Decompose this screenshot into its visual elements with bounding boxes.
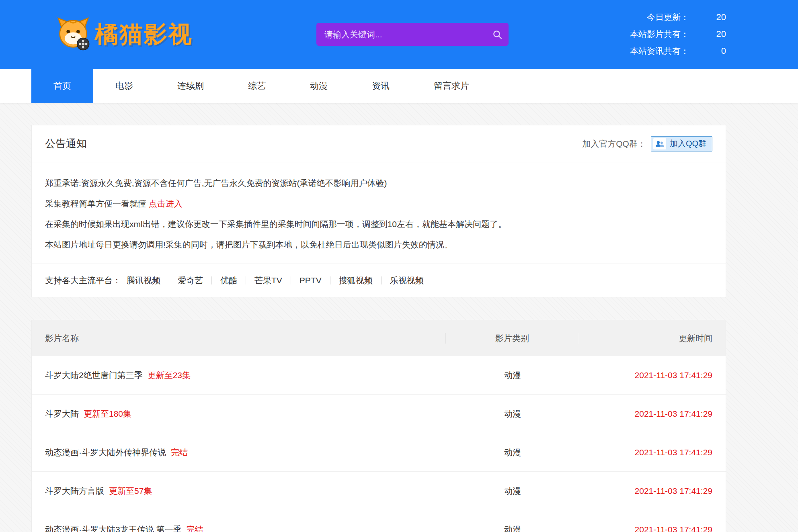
click-enter-link[interactable]: 点击进入 — [149, 199, 183, 208]
nav-item-news[interactable]: 资讯 — [350, 69, 412, 103]
video-title-link[interactable]: 斗罗大陆 — [45, 409, 79, 418]
video-update-time: 2021-11-03 17:41:29 — [579, 370, 726, 380]
platforms-label: 支持各大主流平台： — [45, 275, 121, 286]
video-category: 动漫 — [446, 485, 579, 497]
nav-item-request[interactable]: 留言求片 — [412, 69, 491, 103]
column-header-name: 影片名称 — [32, 333, 445, 344]
nav-items: 首页 电影 连续剧 综艺 动漫 资讯 留言求片 — [31, 69, 798, 103]
nav-item-anime[interactable]: 动漫 — [288, 69, 350, 103]
stat-value: 0 — [689, 46, 726, 56]
video-category: 动漫 — [446, 408, 579, 419]
video-status: 更新至180集 — [84, 409, 131, 418]
stat-label: 本站资讯共有： — [630, 45, 689, 57]
table-row[interactable]: 斗罗大陆更新至180集 动漫 2021-11-03 17:41:29 — [32, 395, 726, 433]
platform-link-youku[interactable]: 优酷 — [220, 275, 237, 286]
video-status: 更新至23集 — [148, 370, 191, 380]
table-row[interactable]: 斗罗大陆方言版更新至57集 动漫 2021-11-03 17:41:29 — [32, 472, 726, 510]
notice-card: 公告通知 加入官方QQ群： 加入QQ群 — [31, 125, 726, 297]
table-row[interactable]: 动态漫画·斗罗大陆3龙王传说 第一季完结 动漫 2021-11-03 17:41… — [32, 510, 726, 532]
main-nav: 首页 电影 连续剧 综艺 动漫 资讯 留言求片 — [0, 69, 798, 103]
table-row[interactable]: 斗罗大陆2绝世唐门第三季更新至23集 动漫 2021-11-03 17:41:2… — [32, 356, 726, 395]
platform-link-iqiyi[interactable]: 爱奇艺 — [178, 275, 203, 286]
qq-group-label: 加入官方QQ群： — [582, 138, 646, 149]
video-update-time: 2021-11-03 17:41:29 — [579, 409, 726, 419]
notice-line-xml-tip: 在采集的时候如果出现xml出错，建议你更改一下采集插件里的采集时间间隔那一项，调… — [45, 214, 712, 234]
nav-item-movies[interactable]: 电影 — [93, 69, 155, 103]
cat-logo-icon — [55, 16, 91, 53]
site-name: 橘猫影视 — [95, 19, 193, 50]
video-update-time: 2021-11-03 17:41:29 — [579, 525, 726, 532]
video-title-link[interactable]: 动态漫画·斗罗大陆3龙王传说 第一季 — [45, 525, 182, 532]
divider — [381, 276, 382, 284]
divider — [211, 276, 212, 284]
site-logo[interactable]: 橘猫影视 — [55, 16, 193, 53]
stat-label: 本站影片共有： — [630, 29, 689, 40]
join-qq-button-label: 加入QQ群 — [670, 138, 706, 149]
platforms-bar: 支持各大主流平台： 腾讯视频 爱奇艺 优酷 芒果TV PPTV 搜狐视频 乐视视… — [32, 264, 726, 297]
video-category: 动漫 — [446, 447, 579, 458]
stat-value: 20 — [689, 29, 726, 39]
stat-total-videos: 本站影片共有： 20 — [630, 26, 726, 43]
site-header: 橘猫影视 今日更新： 20 本站影片共有： 20 本站资讯共有： 0 — [0, 0, 798, 69]
video-update-time: 2021-11-03 17:41:29 — [579, 448, 726, 457]
stat-total-news: 本站资讯共有： 0 — [630, 43, 726, 59]
platform-link-pptv[interactable]: PPTV — [300, 276, 322, 285]
notice-body: 郑重承诺:资源永久免费,资源不含任何广告,无广告永久免费的资源站(承诺绝不影响用… — [32, 162, 726, 264]
column-header-time: 更新时间 — [579, 333, 726, 344]
video-category: 动漫 — [446, 524, 579, 532]
video-name-cell: 斗罗大陆2绝世唐门第三季更新至23集 — [32, 370, 446, 381]
video-table: 影片名称 影片类别 更新时间 斗罗大陆2绝世唐门第三季更新至23集 动漫 202… — [31, 320, 726, 532]
column-header-category: 影片类别 — [445, 333, 579, 344]
platform-link-sohu[interactable]: 搜狐视频 — [339, 275, 373, 286]
qq-group-area: 加入官方QQ群： 加入QQ群 — [582, 136, 712, 151]
video-status: 完结 — [187, 525, 203, 532]
page: 橘猫影视 今日更新： 20 本站影片共有： 20 本站资讯共有： 0 — [0, 0, 798, 532]
stat-today-updates: 今日更新： 20 — [630, 9, 726, 26]
platform-link-letv[interactable]: 乐视视频 — [390, 275, 424, 286]
divider — [169, 276, 169, 284]
platform-link-tencent[interactable]: 腾讯视频 — [127, 275, 160, 286]
nav-item-variety[interactable]: 综艺 — [226, 69, 288, 103]
join-qq-button[interactable]: 加入QQ群 — [651, 136, 712, 151]
nav-item-series[interactable]: 连续剧 — [155, 69, 226, 103]
qq-group-icon — [653, 138, 666, 149]
video-title-link[interactable]: 斗罗大陆2绝世唐门第三季 — [45, 370, 143, 380]
video-status: 更新至57集 — [109, 486, 152, 495]
search-input[interactable] — [316, 23, 486, 46]
nav-item-home[interactable]: 首页 — [31, 69, 93, 103]
divider — [291, 276, 291, 284]
search-box — [316, 23, 509, 46]
video-title-link[interactable]: 动态漫画·斗罗大陆外传神界传说 — [45, 448, 166, 457]
video-update-time: 2021-11-03 17:41:29 — [579, 486, 726, 496]
notice-line-tutorial: 采集教程简单方便一看就懂 点击进入 — [45, 193, 712, 214]
divider — [330, 276, 330, 284]
video-name-cell: 斗罗大陆方言版更新至57集 — [32, 485, 446, 497]
video-name-cell: 斗罗大陆更新至180集 — [32, 408, 446, 419]
stat-label: 今日更新： — [647, 12, 689, 23]
search-icon[interactable] — [486, 23, 509, 46]
platform-link-mgtv[interactable]: 芒果TV — [254, 275, 282, 286]
main-content: 公告通知 加入官方QQ群： 加入QQ群 — [31, 125, 726, 532]
video-name-cell: 动态漫画·斗罗大陆3龙王传说 第一季完结 — [32, 524, 446, 532]
notice-line-image-tip: 本站图片地址每日更换请勿调用!采集的同时，请把图片下载到本地，以免杜绝日后出现类… — [45, 234, 712, 255]
table-row[interactable]: 动态漫画·斗罗大陆外传神界传说完结 动漫 2021-11-03 17:41:29 — [32, 433, 726, 472]
video-name-cell: 动态漫画·斗罗大陆外传神界传说完结 — [32, 447, 446, 458]
stat-value: 20 — [689, 12, 726, 23]
table-header-row: 影片名称 影片类别 更新时间 — [32, 320, 726, 356]
notice-title: 公告通知 — [45, 137, 87, 151]
notice-card-header: 公告通知 加入官方QQ群： 加入QQ群 — [32, 125, 726, 162]
video-title-link[interactable]: 斗罗大陆方言版 — [45, 486, 104, 495]
site-stats: 今日更新： 20 本站影片共有： 20 本站资讯共有： 0 — [630, 9, 726, 59]
tutorial-text: 采集教程简单方便一看就懂 — [45, 199, 149, 208]
video-category: 动漫 — [446, 370, 579, 381]
notice-line-promise: 郑重承诺:资源永久免费,资源不含任何广告,无广告永久免费的资源站(承诺绝不影响用… — [45, 173, 712, 193]
divider — [246, 276, 246, 284]
video-status: 完结 — [171, 448, 188, 457]
